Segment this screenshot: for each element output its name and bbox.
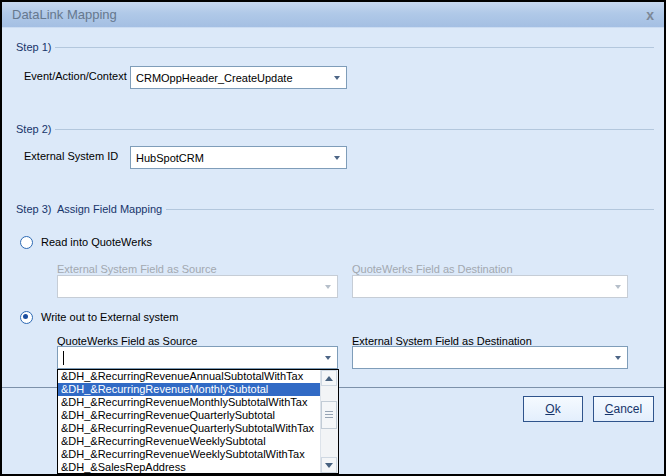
- grip-icon: [325, 411, 333, 419]
- step1-heading: Step 1): [16, 41, 55, 53]
- step2-group: Step 2): [16, 122, 654, 136]
- chevron-down-icon[interactable]: [325, 356, 331, 360]
- arrow-up-icon: [325, 376, 333, 381]
- arrow-down-icon: [325, 463, 333, 468]
- list-item[interactable]: &DH_&RecurringRevenueWeeklySubtotal: [58, 435, 321, 448]
- close-icon[interactable]: x: [646, 8, 654, 22]
- step2-heading: Step 2): [16, 123, 55, 135]
- text-caret: [63, 351, 64, 365]
- read-source-combobox: [57, 275, 338, 298]
- external-system-id-label: External System ID: [24, 149, 118, 163]
- step1-group: Step 1): [16, 40, 654, 54]
- window-title: DataLink Mapping: [12, 7, 117, 22]
- chevron-down-icon[interactable]: [334, 76, 340, 80]
- write-out-radio[interactable]: [20, 311, 33, 324]
- step1-divider: [55, 47, 654, 48]
- title-bar[interactable]: DataLink Mapping x: [2, 2, 664, 28]
- list-item[interactable]: &DH_&SalesRepAddress: [58, 461, 321, 473]
- scrollbar[interactable]: [320, 370, 338, 473]
- event-action-context-label: Event/Action/Context: [24, 69, 127, 83]
- external-system-id-combobox[interactable]: HubSpotCRM: [130, 146, 347, 169]
- cancel-button[interactable]: Cancel: [593, 396, 654, 422]
- step2-divider: [55, 129, 654, 130]
- event-action-context-combobox[interactable]: CRMOppHeader_CreateUpdate: [130, 66, 347, 89]
- list-item[interactable]: &DH_&RecurringRevenueMonthlySubtotal: [58, 383, 321, 396]
- write-out-label[interactable]: Write out to External system: [41, 311, 178, 323]
- read-into-label[interactable]: Read into QuoteWerks: [41, 236, 152, 248]
- source-dropdown-list: &DH_&RecurringRevenueAnnualSubtotalWithT…: [57, 369, 339, 474]
- scrollbar-thumb[interactable]: [321, 401, 337, 429]
- list-item[interactable]: &DH_&RecurringRevenueQuarterlySubtotal: [58, 409, 321, 422]
- write-out-option[interactable]: Write out to External system: [20, 310, 178, 324]
- cancel-button-label: Cancel: [605, 402, 642, 416]
- datalink-mapping-dialog: DataLink Mapping x Step 1) Event/Action/…: [0, 0, 666, 476]
- read-source-label: External System Field as Source: [57, 262, 217, 276]
- ok-button[interactable]: Ok: [523, 396, 583, 422]
- read-into-radio[interactable]: [20, 236, 33, 249]
- step3-heading: Step 3) Assign Field Mapping: [16, 203, 166, 215]
- chevron-down-icon[interactable]: [615, 356, 621, 360]
- scroll-down-button[interactable]: [321, 457, 337, 473]
- list-item[interactable]: &DH_&RecurringRevenueWeeklySubtotalWithT…: [58, 448, 321, 461]
- ok-button-label: Ok: [545, 402, 560, 416]
- write-source-combobox[interactable]: [57, 346, 338, 369]
- read-into-option[interactable]: Read into QuoteWerks: [20, 235, 152, 249]
- step3-group: Step 3) Assign Field Mapping: [16, 202, 654, 216]
- chevron-down-icon: [325, 285, 331, 289]
- list-item[interactable]: &DH_&RecurringRevenueMonthlySubtotalWith…: [58, 396, 321, 409]
- scroll-up-button[interactable]: [321, 370, 337, 386]
- event-action-context-value: CRMOppHeader_CreateUpdate: [136, 72, 293, 84]
- dropdown-items: &DH_&RecurringRevenueAnnualSubtotalWithT…: [58, 370, 321, 473]
- external-system-id-value: HubSpotCRM: [136, 152, 204, 164]
- list-item[interactable]: &DH_&RecurringRevenueAnnualSubtotalWithT…: [58, 370, 321, 383]
- write-destination-combobox[interactable]: [352, 346, 628, 369]
- read-destination-label: QuoteWerks Field as Destination: [352, 262, 513, 276]
- chevron-down-icon: [615, 285, 621, 289]
- step3-divider: [166, 209, 654, 210]
- read-destination-combobox: [352, 275, 628, 298]
- list-item[interactable]: &DH_&RecurringRevenueQuarterlySubtotalWi…: [58, 422, 321, 435]
- chevron-down-icon[interactable]: [334, 156, 340, 160]
